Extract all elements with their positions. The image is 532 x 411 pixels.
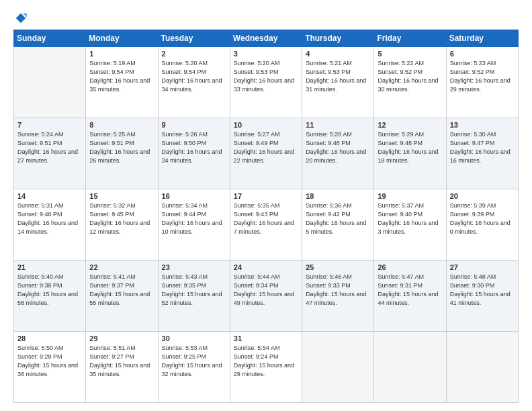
calendar-cell: 17Sunrise: 5:35 AM Sunset: 9:43 PM Dayli… — [230, 189, 302, 261]
day-number: 18 — [306, 192, 370, 200]
day-info: Sunrise: 5:20 AM Sunset: 9:53 PM Dayligh… — [234, 59, 298, 94]
calendar-cell: 3Sunrise: 5:20 AM Sunset: 9:53 PM Daylig… — [230, 47, 302, 118]
day-number: 12 — [378, 121, 442, 129]
day-number: 14 — [17, 192, 82, 200]
day-number: 29 — [89, 334, 154, 342]
calendar-header-friday: Friday — [374, 30, 446, 47]
calendar-week-row: 14Sunrise: 5:31 AM Sunset: 9:46 PM Dayli… — [14, 189, 519, 261]
day-info: Sunrise: 5:35 AM Sunset: 9:43 PM Dayligh… — [234, 201, 298, 236]
calendar-week-row: 28Sunrise: 5:50 AM Sunset: 9:28 PM Dayli… — [14, 332, 519, 403]
day-number: 25 — [306, 263, 370, 271]
day-number: 6 — [450, 50, 515, 58]
day-number: 1 — [89, 50, 154, 58]
calendar-header-saturday: Saturday — [446, 30, 518, 47]
page: SundayMondayTuesdayWednesdayThursdayFrid… — [0, 0, 532, 411]
calendar-week-row: 7Sunrise: 5:24 AM Sunset: 9:51 PM Daylig… — [14, 118, 519, 189]
day-number: 13 — [450, 121, 515, 129]
calendar-cell: 1Sunrise: 5:19 AM Sunset: 9:54 PM Daylig… — [86, 47, 158, 118]
calendar-header-tuesday: Tuesday — [158, 30, 230, 47]
day-info: Sunrise: 5:41 AM Sunset: 9:37 PM Dayligh… — [89, 273, 154, 308]
day-info: Sunrise: 5:46 AM Sunset: 9:33 PM Dayligh… — [306, 273, 370, 308]
day-info: Sunrise: 5:30 AM Sunset: 9:47 PM Dayligh… — [450, 130, 515, 165]
calendar-cell: 6Sunrise: 5:23 AM Sunset: 9:52 PM Daylig… — [446, 47, 518, 118]
day-number: 3 — [234, 50, 298, 58]
day-info: Sunrise: 5:37 AM Sunset: 9:40 PM Dayligh… — [378, 201, 442, 236]
logo-icon — [15, 12, 27, 24]
calendar-week-row: 1Sunrise: 5:19 AM Sunset: 9:54 PM Daylig… — [14, 47, 519, 118]
calendar-cell — [446, 332, 518, 403]
calendar-cell: 28Sunrise: 5:50 AM Sunset: 9:28 PM Dayli… — [14, 332, 86, 403]
day-info: Sunrise: 5:26 AM Sunset: 9:50 PM Dayligh… — [162, 130, 226, 165]
day-info: Sunrise: 5:53 AM Sunset: 9:25 PM Dayligh… — [162, 344, 226, 379]
calendar-cell: 30Sunrise: 5:53 AM Sunset: 9:25 PM Dayli… — [158, 332, 230, 403]
day-info: Sunrise: 5:34 AM Sunset: 9:44 PM Dayligh… — [162, 201, 226, 236]
day-info: Sunrise: 5:40 AM Sunset: 9:38 PM Dayligh… — [17, 273, 82, 308]
day-number: 7 — [17, 121, 82, 129]
day-number: 27 — [450, 263, 515, 271]
day-info: Sunrise: 5:44 AM Sunset: 9:34 PM Dayligh… — [234, 273, 298, 308]
day-info: Sunrise: 5:20 AM Sunset: 9:54 PM Dayligh… — [162, 59, 226, 94]
calendar-cell: 13Sunrise: 5:30 AM Sunset: 9:47 PM Dayli… — [446, 118, 518, 189]
day-number: 17 — [234, 192, 298, 200]
day-number: 30 — [162, 334, 226, 342]
calendar-cell: 21Sunrise: 5:40 AM Sunset: 9:38 PM Dayli… — [14, 261, 86, 332]
day-info: Sunrise: 5:39 AM Sunset: 9:39 PM Dayligh… — [450, 201, 515, 236]
day-info: Sunrise: 5:24 AM Sunset: 9:51 PM Dayligh… — [17, 130, 82, 165]
calendar-cell: 4Sunrise: 5:21 AM Sunset: 9:53 PM Daylig… — [302, 47, 374, 118]
calendar-week-row: 21Sunrise: 5:40 AM Sunset: 9:38 PM Dayli… — [14, 261, 519, 332]
calendar-cell: 20Sunrise: 5:39 AM Sunset: 9:39 PM Dayli… — [446, 189, 518, 261]
day-info: Sunrise: 5:36 AM Sunset: 9:42 PM Dayligh… — [306, 201, 370, 236]
day-info: Sunrise: 5:23 AM Sunset: 9:52 PM Dayligh… — [450, 59, 515, 94]
calendar-header-monday: Monday — [86, 30, 158, 47]
calendar-cell: 9Sunrise: 5:26 AM Sunset: 9:50 PM Daylig… — [158, 118, 230, 189]
day-info: Sunrise: 5:19 AM Sunset: 9:54 PM Dayligh… — [89, 59, 154, 94]
day-number: 8 — [89, 121, 154, 129]
calendar-cell — [14, 47, 86, 118]
day-number: 15 — [89, 192, 154, 200]
day-info: Sunrise: 5:43 AM Sunset: 9:35 PM Dayligh… — [162, 273, 226, 308]
calendar-cell: 7Sunrise: 5:24 AM Sunset: 9:51 PM Daylig… — [14, 118, 86, 189]
day-number: 26 — [378, 263, 442, 271]
day-info: Sunrise: 5:50 AM Sunset: 9:28 PM Dayligh… — [17, 344, 82, 379]
calendar-cell: 19Sunrise: 5:37 AM Sunset: 9:40 PM Dayli… — [374, 189, 446, 261]
day-number: 4 — [306, 50, 370, 58]
day-info: Sunrise: 5:28 AM Sunset: 9:48 PM Dayligh… — [306, 130, 370, 165]
calendar-cell: 22Sunrise: 5:41 AM Sunset: 9:37 PM Dayli… — [86, 261, 158, 332]
calendar-cell: 10Sunrise: 5:27 AM Sunset: 9:49 PM Dayli… — [230, 118, 302, 189]
calendar-cell: 31Sunrise: 5:54 AM Sunset: 9:24 PM Dayli… — [230, 332, 302, 403]
logo — [13, 12, 27, 24]
calendar-cell: 2Sunrise: 5:20 AM Sunset: 9:54 PM Daylig… — [158, 47, 230, 118]
calendar-cell — [302, 332, 374, 403]
day-number: 24 — [234, 263, 298, 271]
calendar-cell: 16Sunrise: 5:34 AM Sunset: 9:44 PM Dayli… — [158, 189, 230, 261]
calendar-header-wednesday: Wednesday — [230, 30, 302, 47]
calendar-cell: 25Sunrise: 5:46 AM Sunset: 9:33 PM Dayli… — [302, 261, 374, 332]
day-number: 23 — [162, 263, 226, 271]
day-info: Sunrise: 5:21 AM Sunset: 9:53 PM Dayligh… — [306, 59, 370, 94]
day-number: 5 — [378, 50, 442, 58]
calendar-cell: 27Sunrise: 5:48 AM Sunset: 9:30 PM Dayli… — [446, 261, 518, 332]
day-number: 16 — [162, 192, 226, 200]
day-info: Sunrise: 5:32 AM Sunset: 9:45 PM Dayligh… — [89, 201, 154, 236]
calendar-cell: 23Sunrise: 5:43 AM Sunset: 9:35 PM Dayli… — [158, 261, 230, 332]
day-info: Sunrise: 5:27 AM Sunset: 9:49 PM Dayligh… — [234, 130, 298, 165]
day-number: 22 — [89, 263, 154, 271]
day-number: 19 — [378, 192, 442, 200]
calendar-cell: 29Sunrise: 5:51 AM Sunset: 9:27 PM Dayli… — [86, 332, 158, 403]
day-info: Sunrise: 5:22 AM Sunset: 9:52 PM Dayligh… — [378, 59, 442, 94]
calendar-cell: 14Sunrise: 5:31 AM Sunset: 9:46 PM Dayli… — [14, 189, 86, 261]
day-number: 2 — [162, 50, 226, 58]
calendar-cell: 18Sunrise: 5:36 AM Sunset: 9:42 PM Dayli… — [302, 189, 374, 261]
calendar-table: SundayMondayTuesdayWednesdayThursdayFrid… — [13, 30, 519, 403]
day-number: 10 — [234, 121, 298, 129]
day-info: Sunrise: 5:54 AM Sunset: 9:24 PM Dayligh… — [234, 344, 298, 379]
calendar-cell: 26Sunrise: 5:47 AM Sunset: 9:31 PM Dayli… — [374, 261, 446, 332]
day-number: 20 — [450, 192, 515, 200]
day-info: Sunrise: 5:48 AM Sunset: 9:30 PM Dayligh… — [450, 273, 515, 308]
day-number: 11 — [306, 121, 370, 129]
calendar-cell — [374, 332, 446, 403]
day-number: 9 — [162, 121, 226, 129]
header — [13, 12, 519, 24]
calendar-cell: 15Sunrise: 5:32 AM Sunset: 9:45 PM Dayli… — [86, 189, 158, 261]
calendar-cell: 24Sunrise: 5:44 AM Sunset: 9:34 PM Dayli… — [230, 261, 302, 332]
